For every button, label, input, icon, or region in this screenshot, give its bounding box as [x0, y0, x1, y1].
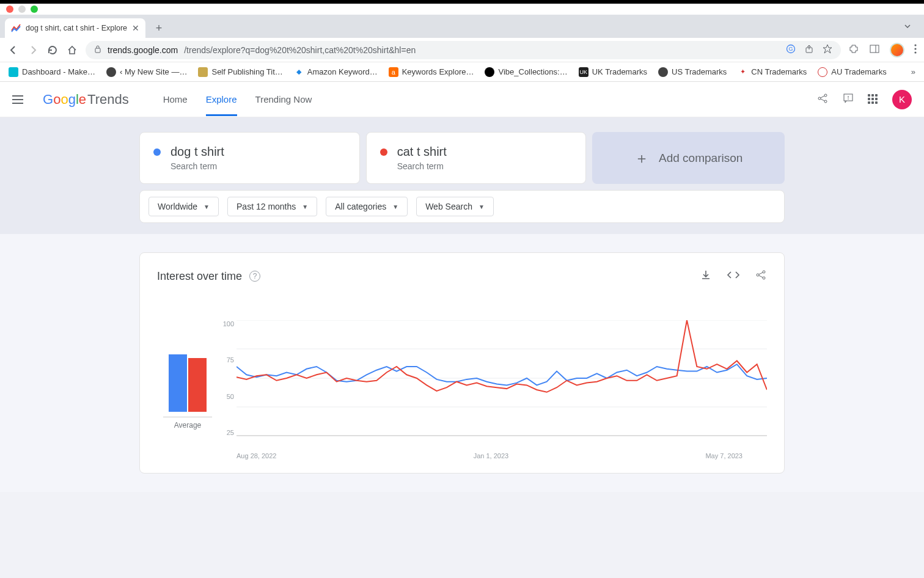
y-tick: 75 — [227, 356, 234, 364]
bookmarks-overflow-icon[interactable]: » — [911, 67, 915, 76]
svg-point-17 — [848, 98, 849, 100]
back-button[interactable] — [7, 44, 20, 56]
google-trends-logo[interactable]: GoogleTrends — [43, 92, 129, 108]
filter-geo[interactable]: Worldwide▼ — [148, 197, 219, 216]
y-tick: 25 — [227, 429, 234, 436]
browser-tab-active[interactable]: dog t shirt, cat t shirt - Explore ✕ — [5, 18, 145, 38]
bookmark-favicon-icon — [9, 67, 18, 77]
window-minimize-dot[interactable] — [18, 5, 26, 13]
extensions-icon[interactable] — [848, 43, 859, 57]
home-button[interactable] — [66, 44, 78, 56]
bookmark-item[interactable]: aKeywords Explore… — [389, 67, 474, 77]
filter-bar: Worldwide▼ Past 12 months▼ All categorie… — [139, 190, 785, 223]
svg-point-18 — [757, 274, 759, 276]
tab-list-caret-icon[interactable] — [903, 22, 912, 33]
nav-trending-now[interactable]: Trending Now — [255, 83, 312, 115]
bookmark-item[interactable]: US Trademarks — [658, 67, 727, 77]
bookmark-item[interactable]: AU Trademarks — [818, 67, 886, 77]
star-bookmark-icon[interactable] — [823, 44, 832, 56]
series-line-2 — [237, 320, 767, 392]
bookmark-item[interactable]: ‹ My New Site —… — [106, 67, 188, 77]
window-zoom-dot[interactable] — [31, 5, 38, 13]
bookmark-favicon-icon — [818, 67, 827, 77]
hamburger-menu-icon[interactable] — [12, 92, 27, 107]
filter-label: Worldwide — [158, 202, 197, 211]
google-g-icon[interactable]: G — [786, 44, 796, 56]
embed-icon[interactable] — [727, 269, 740, 284]
sidepanel-icon[interactable] — [869, 43, 880, 57]
bookmark-favicon-icon: ✦ — [738, 67, 747, 77]
share-omnibox-icon[interactable] — [804, 44, 814, 56]
term-subtitle: Search term — [170, 161, 224, 171]
nav-explore[interactable]: Explore — [206, 83, 237, 115]
caret-down-icon: ▼ — [302, 203, 308, 210]
x-tick: May 7, 2023 — [705, 452, 743, 459]
search-term-card-1[interactable]: dog t shirt Search term — [139, 132, 360, 184]
bookmark-label: US Trademarks — [672, 67, 727, 76]
svg-point-10 — [818, 97, 821, 100]
chart-share-icon[interactable] — [755, 269, 767, 284]
plus-icon: ＋ — [634, 148, 649, 168]
bookmark-item[interactable]: Vibe_Collections:… — [485, 67, 567, 77]
bookmark-favicon-icon — [658, 67, 668, 77]
bookmark-label: Keywords Explore… — [402, 67, 474, 76]
bookmark-item[interactable]: Dashboard - Make… — [9, 67, 95, 77]
filter-category[interactable]: All categories▼ — [326, 197, 408, 216]
svg-point-20 — [763, 277, 765, 279]
bookmark-label: CN Trademarks — [751, 67, 807, 76]
charts-section: Interest over time ? Average — [0, 234, 924, 492]
chart-svg — [237, 320, 767, 436]
account-avatar[interactable]: K — [892, 90, 912, 109]
interest-over-time-card: Interest over time ? Average — [139, 252, 785, 474]
add-comparison-button[interactable]: ＋ Add comparison — [592, 132, 785, 184]
search-term-card-2[interactable]: cat t shirt Search term — [366, 132, 587, 184]
x-tick: Jan 1, 2023 — [474, 452, 509, 459]
bookmark-favicon-icon — [198, 67, 208, 77]
bookmark-item[interactable]: ◆Amazon Keyword… — [294, 67, 378, 77]
y-tick: 100 — [223, 320, 234, 327]
bookmark-label: Amazon Keyword… — [307, 67, 378, 76]
term-title: cat t shirt — [397, 145, 447, 159]
address-bar[interactable]: trends.google.com/trends/explore?q=dog%2… — [86, 41, 841, 59]
filter-label: All categories — [335, 202, 386, 211]
header-feedback-icon[interactable] — [842, 92, 854, 107]
reload-button[interactable] — [46, 44, 59, 56]
avg-bar-series-1 — [169, 354, 187, 412]
x-axis-ticks: Aug 28, 2022 Jan 1, 2023 May 7, 2023 — [237, 452, 767, 459]
svg-marker-4 — [823, 45, 832, 53]
help-icon[interactable]: ? — [249, 271, 260, 282]
browser-tab-strip: dog t shirt, cat t shirt - Explore ✕ + — [0, 15, 924, 38]
browser-toolbar: trends.google.com/trends/explore?q=dog%2… — [0, 38, 924, 62]
bookmark-favicon-icon: ◆ — [294, 67, 304, 77]
bookmark-item[interactable]: Self Publishing Tit… — [198, 67, 282, 77]
page-body: dog t shirt Search term cat t shirt Sear… — [0, 117, 924, 578]
chart-title: Interest over time — [157, 270, 242, 283]
filter-search-type[interactable]: Web Search▼ — [416, 197, 494, 216]
svg-line-21 — [759, 273, 763, 274]
avatar-initial: K — [899, 94, 905, 104]
google-apps-icon[interactable] — [868, 94, 879, 105]
svg-text:G: G — [788, 46, 793, 52]
bookmark-label: Vibe_Collections:… — [498, 67, 567, 76]
caret-down-icon: ▼ — [392, 203, 398, 210]
window-close-dot[interactable] — [6, 5, 13, 13]
line-chart: 100 75 50 25 — [237, 320, 767, 448]
nav-home[interactable]: Home — [163, 83, 188, 115]
chrome-menu-icon[interactable] — [914, 44, 917, 56]
download-icon[interactable] — [700, 269, 712, 284]
svg-point-8 — [914, 48, 916, 49]
bookmark-item[interactable]: ✦CN Trademarks — [738, 67, 807, 77]
svg-point-9 — [914, 51, 916, 53]
forward-button — [27, 44, 39, 56]
tab-close-icon[interactable]: ✕ — [132, 23, 139, 33]
svg-point-12 — [824, 100, 827, 103]
header-share-icon[interactable] — [816, 92, 829, 107]
term-title: dog t shirt — [170, 145, 224, 159]
lock-icon — [94, 45, 101, 55]
tab-title: dog t shirt, cat t shirt - Explore — [26, 24, 127, 32]
chrome-profile-avatar[interactable] — [890, 43, 904, 57]
filter-time[interactable]: Past 12 months▼ — [227, 197, 317, 216]
term-subtitle: Search term — [397, 161, 447, 171]
new-tab-button[interactable]: + — [150, 20, 167, 37]
bookmark-item[interactable]: UKUK Trademarks — [579, 67, 647, 77]
